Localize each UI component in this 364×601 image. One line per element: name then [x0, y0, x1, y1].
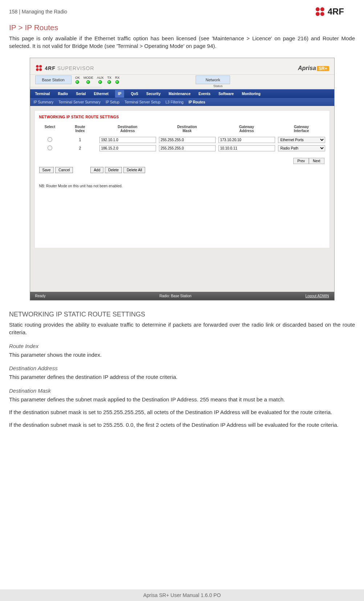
submenu-ip-setup[interactable]: IP Setup — [106, 100, 119, 104]
svg-point-1 — [320, 7, 324, 11]
dest-mask-input-2[interactable] — [159, 145, 216, 151]
table-header: Select Route Index Destination Address D… — [39, 123, 325, 136]
route-table: Select Route Index Destination Address D… — [39, 123, 325, 152]
route-index-1: 1 — [64, 138, 97, 142]
route-index-2: 2 — [64, 146, 97, 150]
delete-all-button[interactable]: Delete All — [123, 167, 145, 173]
menu-radio[interactable]: Radio — [56, 92, 69, 96]
action-buttons: Save Cancel Add Delete Delete All — [39, 167, 325, 173]
menu-software[interactable]: Software — [217, 92, 235, 96]
led-status-grid: OK MODE AUX TX RX — [75, 76, 120, 84]
menu-qos[interactable]: QoS — [129, 92, 140, 96]
submenu-l3-filtering[interactable]: L3 Filtering — [165, 100, 183, 104]
dest-mask-input-1[interactable] — [159, 137, 216, 143]
menu-events[interactable]: Events — [197, 92, 212, 96]
brand-logo: 4RF — [315, 7, 355, 17]
page-footer: Aprisa SR+ User Manual 1.6.0 PO — [0, 589, 364, 601]
col-gw-addr: Gateway Address — [218, 125, 275, 133]
col-dest-addr: Destination Address — [99, 125, 156, 133]
gw-if-select-1[interactable]: Ethernet Ports — [278, 137, 325, 143]
supervisor-logo: 4RF SUPERVISOR — [35, 64, 94, 72]
table-row: 1 Ethernet Ports — [39, 136, 325, 144]
section-title: Managing the Radio — [22, 9, 67, 15]
logout-link[interactable]: Logout ADMIN — [305, 294, 329, 298]
cancel-button[interactable]: Cancel — [55, 167, 73, 173]
menu-security[interactable]: Security — [145, 92, 162, 96]
header-left: 158 | Managing the Radio — [9, 9, 67, 15]
menu-ip[interactable]: IP — [115, 90, 124, 98]
select-radio-2[interactable] — [48, 146, 52, 150]
dest-mask-text-3: If the destination subnet mask is set to… — [9, 421, 355, 429]
svg-point-8 — [39, 68, 42, 71]
svg-text:4RF: 4RF — [328, 7, 344, 16]
dest-addr-input-2[interactable] — [99, 145, 156, 151]
supervisor-topbar: 4RF SUPERVISOR AprisaSR+ — [30, 58, 334, 75]
dest-addr-heading: Destination Address — [9, 365, 355, 371]
supervisor-text: SUPERVISOR — [57, 65, 94, 71]
svg-point-5 — [36, 65, 38, 68]
submenu-ts-summary[interactable]: Terminal Server Summary — [58, 100, 101, 104]
4rf-mini-logo-icon — [35, 64, 43, 72]
settings-panel: NETWORKING IP STATIC ROUTE SETTINGS Sele… — [34, 110, 330, 248]
led-mode — [86, 80, 90, 84]
status-radio: Radio: Base Station — [159, 294, 191, 298]
panel-title: NETWORKING IP STATIC ROUTE SETTINGS — [39, 115, 325, 119]
section-paragraph: Static routing provides the ability to e… — [9, 321, 355, 336]
delete-button[interactable]: Delete — [105, 167, 122, 173]
submenu-ip-summary[interactable]: IP Summary — [34, 100, 54, 104]
table-row: 2 Radio Path — [39, 144, 325, 152]
svg-point-2 — [316, 12, 320, 16]
main-menubar: Terminal Radio Serial Ethernet IP QoS Se… — [30, 89, 334, 98]
router-mode-note: NB: Router Mode on this unit has not bee… — [39, 184, 325, 188]
svg-point-0 — [316, 7, 320, 11]
col-index: Route Index — [64, 125, 97, 133]
status-ready: Ready — [35, 294, 46, 298]
submenu-ip-routes[interactable]: IP Routes — [189, 100, 205, 104]
next-button[interactable]: Next — [309, 158, 324, 164]
svg-point-6 — [39, 65, 42, 68]
svg-point-3 — [320, 12, 324, 16]
sub-menubar: IP Summary Terminal Server Summary IP Se… — [30, 98, 334, 106]
select-radio-1[interactable] — [48, 137, 52, 142]
dest-addr-text: This parameter defines the destination I… — [9, 373, 355, 381]
dest-mask-text-1: This parameter defines the subnet mask a… — [9, 396, 355, 404]
gw-addr-input-2[interactable] — [218, 145, 275, 151]
pagination: Prev Next — [293, 158, 324, 164]
aprisa-badge: AprisaSR+ — [298, 65, 329, 71]
col-dest-mask: Destination Mask — [159, 125, 216, 133]
page-title: IP > IP Routes — [9, 23, 355, 32]
col-select: Select — [39, 125, 61, 133]
page-header: 158 | Managing the Radio 4RF — [0, 0, 364, 20]
add-button[interactable]: Add — [90, 167, 103, 173]
status-sublabel: Status — [102, 84, 334, 88]
menu-maintenance[interactable]: Maintenance — [167, 92, 192, 96]
menu-ethernet[interactable]: Ethernet — [92, 92, 110, 96]
gw-if-select-2[interactable]: Radio Path — [278, 145, 325, 151]
led-aux — [98, 80, 102, 84]
dest-mask-text-2: If the destination subnet mask is set to… — [9, 409, 355, 416]
prev-button[interactable]: Prev — [293, 158, 309, 164]
dest-mask-heading: Destination Mask — [9, 388, 355, 394]
save-button[interactable]: Save — [39, 167, 54, 173]
supervisor-screenshot: 4RF SUPERVISOR AprisaSR+ Base Station OK… — [30, 58, 335, 300]
network-box[interactable]: Network — [196, 75, 230, 84]
supervisor-footer: Ready Radio: Base Station Logout ADMIN — [30, 292, 334, 300]
menu-terminal[interactable]: Terminal — [34, 92, 52, 96]
page-number: 158 — [9, 9, 17, 15]
base-station-box[interactable]: Base Station — [35, 75, 71, 84]
gw-addr-input-1[interactable] — [218, 137, 275, 143]
svg-point-7 — [36, 68, 38, 71]
section-heading: NETWORKING IP STATIC ROUTE SETTINGS — [9, 311, 355, 318]
4rf-logo-icon: 4RF — [315, 7, 355, 17]
led-rx — [115, 80, 119, 84]
dest-addr-input-1[interactable] — [99, 137, 156, 143]
intro-paragraph: This page is only available if the Ether… — [9, 35, 355, 50]
route-index-heading: Route Index — [9, 343, 355, 349]
submenu-ts-setup[interactable]: Terminal Server Setup — [124, 100, 160, 104]
route-index-text: This parameter shows the route index. — [9, 351, 355, 359]
led-ok — [75, 80, 79, 84]
led-tx — [107, 80, 111, 84]
menu-serial[interactable]: Serial — [74, 92, 87, 96]
col-gw-if: Gateway Interface — [278, 125, 325, 133]
menu-monitoring[interactable]: Monitoring — [240, 92, 262, 96]
